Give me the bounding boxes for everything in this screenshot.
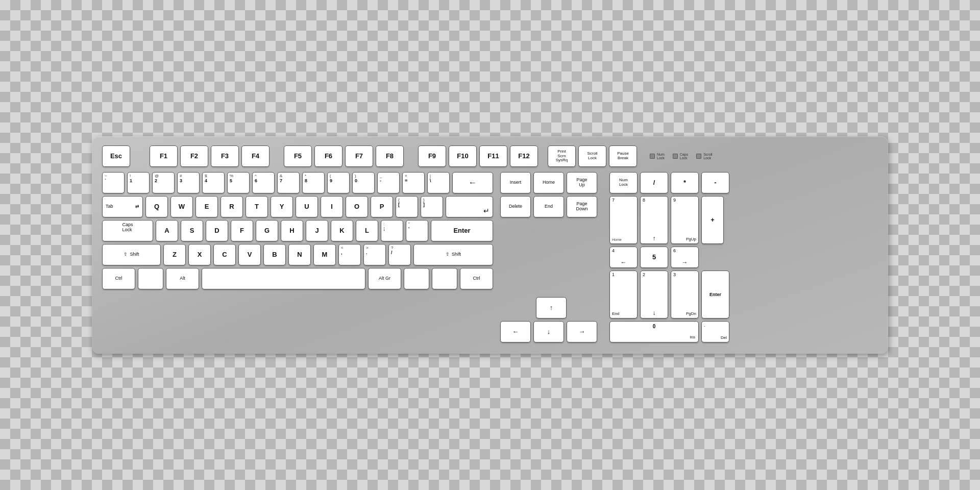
key-comma[interactable]: <, [338, 244, 361, 265]
key-equals[interactable]: += [402, 172, 425, 193]
key-c[interactable]: C [213, 244, 236, 265]
key-alt-gr[interactable]: Alt Gr [368, 268, 401, 289]
key-num-4[interactable]: 4← [609, 247, 638, 268]
key-f9[interactable]: F9 [418, 145, 446, 167]
key-p[interactable]: P [371, 196, 393, 217]
key-f2[interactable]: F2 [180, 145, 208, 167]
key-left-shift[interactable]: ⇧Shift [102, 244, 161, 265]
key-1[interactable]: !1 [127, 172, 150, 193]
key-d[interactable]: D [206, 220, 228, 241]
key-f6[interactable]: F6 [314, 145, 342, 167]
key-enter-main[interactable]: Enter [431, 220, 493, 241]
key-left-meta[interactable] [138, 268, 163, 289]
key-8[interactable]: *8 [302, 172, 325, 193]
key-num-lock[interactable]: NumLock [609, 172, 638, 193]
key-num-5[interactable]: 5 [640, 247, 668, 268]
key-right-ctrl[interactable]: Ctrl [460, 268, 493, 289]
key-delete[interactable]: Delete [500, 196, 531, 217]
key-f10[interactable]: F10 [449, 145, 477, 167]
key-num-enter[interactable]: Enter [701, 271, 729, 318]
key-page-down[interactable]: PageDown [567, 196, 597, 217]
key-f1[interactable]: F1 [150, 145, 178, 167]
key-left-alt[interactable]: Alt [166, 268, 199, 289]
key-esc[interactable]: Esc [102, 145, 130, 167]
key-l[interactable]: L [356, 220, 378, 241]
key-y[interactable]: Y [271, 196, 293, 217]
key-i[interactable]: I [321, 196, 343, 217]
key-arrow-left[interactable]: ← [500, 321, 531, 342]
key-right-bracket[interactable]: }] [421, 196, 443, 217]
key-f11[interactable]: F11 [479, 145, 507, 167]
key-left-ctrl[interactable]: Ctrl [102, 268, 135, 289]
key-menu[interactable] [432, 268, 457, 289]
key-f4[interactable]: F4 [241, 145, 270, 167]
key-n[interactable]: N [288, 244, 311, 265]
key-a[interactable]: A [156, 220, 178, 241]
key-num-3[interactable]: 3PgDn [671, 271, 699, 318]
key-v[interactable]: V [238, 244, 261, 265]
key-0[interactable]: )0 [352, 172, 375, 193]
key-f12[interactable]: F12 [510, 145, 538, 167]
key-period[interactable]: >. [363, 244, 386, 265]
key-num-1[interactable]: 1End [609, 271, 638, 318]
key-3[interactable]: #3 [177, 172, 200, 193]
key-u[interactable]: U [296, 196, 318, 217]
key-t[interactable]: T [246, 196, 268, 217]
key-6[interactable]: ^6 [252, 172, 275, 193]
key-space[interactable] [202, 268, 365, 289]
key-m[interactable]: M [313, 244, 336, 265]
key-scroll-lock[interactable]: ScrollLock [578, 145, 606, 167]
key-x[interactable]: X [188, 244, 211, 265]
key-right-shift[interactable]: ⇧Shift [413, 244, 493, 265]
key-caps-lock[interactable]: CapsLock [102, 220, 153, 241]
key-b[interactable]: B [263, 244, 286, 265]
key-h[interactable]: H [281, 220, 303, 241]
key-o[interactable]: O [346, 196, 368, 217]
key-j[interactable]: J [306, 220, 328, 241]
key-arrow-right[interactable]: → [567, 321, 597, 342]
key-q[interactable]: Q [145, 196, 168, 217]
key-s[interactable]: S [181, 220, 203, 241]
key-f3[interactable]: F3 [211, 145, 239, 167]
key-num-7[interactable]: 7Home [609, 196, 638, 244]
key-5[interactable]: %5 [227, 172, 250, 193]
key-e[interactable]: E [195, 196, 218, 217]
key-num-0[interactable]: 0Ins [609, 321, 699, 342]
key-num-slash[interactable]: / [640, 172, 668, 193]
key-backslash[interactable]: |\ [427, 172, 450, 193]
key-end[interactable]: End [533, 196, 564, 217]
key-num-del[interactable]: .Del [701, 321, 729, 342]
key-semicolon[interactable]: :; [381, 220, 403, 241]
key-num-minus[interactable]: - [701, 172, 729, 193]
key-backspace[interactable]: ← [452, 172, 493, 193]
key-right-meta[interactable] [404, 268, 429, 289]
key-k[interactable]: K [331, 220, 353, 241]
key-pause[interactable]: PauseBreak [609, 145, 637, 167]
key-minus[interactable]: _- [377, 172, 400, 193]
key-w[interactable]: W [170, 196, 193, 217]
key-print-screen[interactable]: PrintScrnSysRq [548, 145, 576, 167]
key-g[interactable]: G [256, 220, 278, 241]
key-arrow-up[interactable]: ↑ [536, 297, 567, 318]
key-home[interactable]: Home [533, 172, 564, 193]
key-num-2[interactable]: 2↓ [640, 271, 668, 318]
key-f7[interactable]: F7 [345, 145, 373, 167]
key-f8[interactable]: F8 [376, 145, 404, 167]
key-z[interactable]: Z [163, 244, 186, 265]
key-9[interactable]: (9 [327, 172, 350, 193]
key-7[interactable]: &7 [277, 172, 300, 193]
key-r[interactable]: R [220, 196, 243, 217]
key-4[interactable]: $4 [202, 172, 225, 193]
key-arrow-down[interactable]: ↓ [533, 321, 564, 342]
key-num-8[interactable]: 8↑ [640, 196, 668, 244]
key-f[interactable]: F [231, 220, 253, 241]
key-num-multiply[interactable]: * [671, 172, 699, 193]
key-left-bracket[interactable]: {[ [396, 196, 418, 217]
key-page-up[interactable]: PageUp [567, 172, 597, 193]
key-num-plus[interactable]: + [701, 196, 724, 244]
key-backtick[interactable]: ~` [102, 172, 125, 193]
key-2[interactable]: @2 [152, 172, 175, 193]
key-quote[interactable]: "' [406, 220, 428, 241]
key-tab[interactable]: Tab⇄ [102, 196, 143, 217]
key-enter-top[interactable]: ↵ [446, 196, 493, 217]
